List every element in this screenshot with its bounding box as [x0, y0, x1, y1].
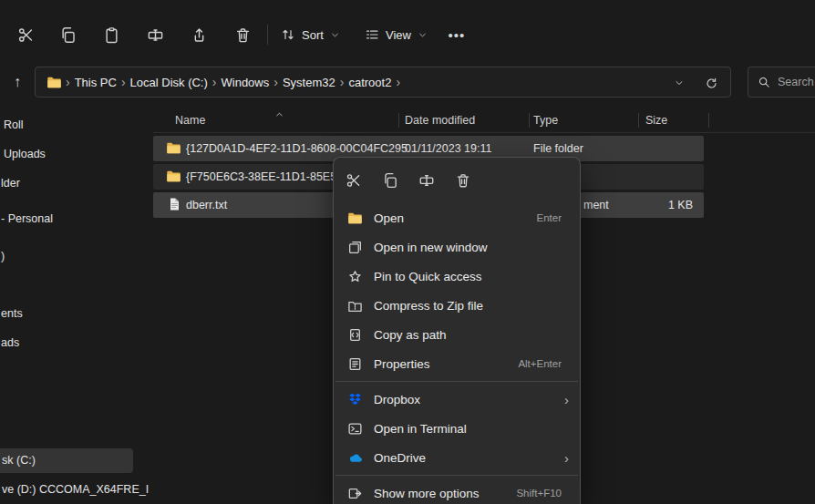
address-bar[interactable]: › This PC › Local Disk (C:) › Windows › …	[35, 67, 731, 98]
breadcrumb-this-pc[interactable]: This PC	[70, 76, 121, 89]
submenu-chevron-icon: ›	[564, 451, 569, 465]
menu-item-onedrive[interactable]: OneDrive ›	[334, 443, 580, 472]
copy-button[interactable]	[372, 164, 408, 197]
rename-button[interactable]	[137, 20, 173, 49]
menu-item-compress-to-zip[interactable]: Compress to Zip file	[334, 291, 580, 320]
column-header-size[interactable]: Size	[645, 114, 667, 127]
address-dropdown-button[interactable]	[668, 72, 690, 94]
breadcrumb-catroot2[interactable]: catroot2	[344, 76, 396, 89]
column-divider[interactable]	[398, 113, 399, 128]
context-menu-quick-actions	[334, 158, 580, 203]
menu-item-pin-to-quick-access[interactable]: Pin to Quick access	[334, 262, 580, 291]
menu-item-label: OneDrive	[374, 451, 564, 465]
toolbar-divider	[267, 25, 268, 45]
copy-path-icon	[347, 327, 363, 343]
menu-item-label: Dropbox	[374, 393, 564, 406]
sort-button[interactable]: Sort	[273, 20, 347, 49]
sidebar-item[interactable]: - Personal	[1, 212, 53, 225]
menu-item-label: Open	[374, 211, 537, 225]
file-explorer-window: Sort View ••• ↑ › This PC › Local Disk (…	[0, 0, 815, 504]
menu-shortcut: Shift+F10	[516, 488, 562, 499]
search-placeholder: Search	[778, 76, 814, 88]
paste-button[interactable]	[93, 20, 129, 49]
file-name: {F750E6C3-38EE-11D1-85E5-00	[186, 164, 353, 190]
star-icon	[347, 269, 363, 284]
clipboard-icon	[103, 26, 120, 44]
up-button[interactable]: ↑	[4, 68, 31, 96]
rename-button[interactable]	[408, 164, 445, 197]
sidebar-item[interactable]: ents	[1, 307, 23, 320]
context-menu: Open Enter Open in new window Pin to Qui…	[333, 157, 581, 504]
sidebar-item-usb-drive[interactable]: ve (D:) CCCOMA_X64FRE_I	[2, 483, 149, 496]
folder-icon	[166, 140, 181, 156]
new-window-icon	[347, 240, 363, 255]
more-dots-icon: •••	[449, 27, 466, 43]
copy-button[interactable]	[49, 20, 86, 49]
column-header-type[interactable]: Type	[533, 114, 558, 127]
column-divider[interactable]	[529, 113, 530, 128]
cut-button[interactable]	[7, 20, 44, 49]
submenu-chevron-icon: ›	[564, 393, 569, 406]
delete-button[interactable]	[224, 20, 261, 49]
view-button[interactable]: View	[357, 20, 435, 49]
header-divider	[153, 132, 815, 133]
sidebar-item[interactable]: )	[1, 250, 5, 262]
view-list-icon	[365, 27, 379, 42]
sidebar-item[interactable]: ads	[1, 336, 19, 349]
menu-item-label: Pin to Quick access	[374, 270, 569, 283]
terminal-icon	[347, 421, 363, 437]
trash-icon	[455, 172, 471, 189]
menu-item-copy-as-path[interactable]: Copy as path	[334, 320, 580, 349]
delete-button[interactable]	[445, 164, 481, 197]
folder-icon	[166, 169, 181, 184]
folder-icon	[347, 211, 363, 226]
menu-separator	[335, 381, 578, 382]
sidebar-item[interactable]: Roll	[4, 118, 24, 131]
menu-item-open[interactable]: Open Enter	[334, 203, 580, 232]
menu-item-properties[interactable]: Properties Alt+Enter	[334, 349, 580, 378]
sidebar-item[interactable]: lder	[1, 177, 20, 190]
see-more-button[interactable]: •••	[438, 20, 476, 49]
sidebar-item[interactable]: Uploads	[4, 148, 46, 160]
search-input[interactable]: Search	[748, 67, 815, 98]
search-icon	[758, 76, 770, 88]
breadcrumb-system32[interactable]: System32	[278, 76, 340, 89]
text-file-icon	[167, 197, 181, 211]
menu-shortcut: Enter	[537, 212, 562, 223]
file-size: 1 KB	[668, 192, 693, 218]
sidebar-item-local-disk[interactable]: sk (C:)	[0, 448, 133, 473]
sort-label: Sort	[302, 28, 324, 42]
menu-item-open-in-terminal[interactable]: Open in Terminal	[334, 414, 580, 443]
menu-item-label: Open in Terminal	[374, 422, 569, 436]
folder-icon	[46, 75, 62, 90]
scissors-icon	[17, 26, 35, 44]
copy-icon	[382, 172, 398, 189]
breadcrumb-windows[interactable]: Windows	[217, 76, 274, 89]
menu-item-show-more-options[interactable]: Show more options Shift+F10	[334, 478, 580, 504]
show-more-icon	[347, 486, 363, 501]
share-button[interactable]	[181, 20, 217, 49]
properties-icon	[347, 356, 363, 372]
refresh-icon	[705, 77, 718, 90]
column-header-name[interactable]: Name	[175, 114, 205, 127]
chevron-right-icon: ›	[396, 76, 400, 88]
rename-icon	[418, 172, 435, 189]
column-divider[interactable]	[708, 113, 709, 128]
refresh-button[interactable]	[699, 72, 723, 94]
trash-icon	[234, 26, 252, 44]
menu-shortcut: Alt+Enter	[518, 358, 562, 369]
chevron-down-icon	[674, 77, 685, 88]
menu-item-open-in-new-window[interactable]: Open in new window	[334, 232, 580, 262]
share-icon	[191, 26, 208, 44]
cut-button[interactable]	[335, 164, 372, 197]
menu-item-label: Copy as path	[374, 328, 569, 342]
column-header-date-modified[interactable]: Date modified	[405, 114, 475, 127]
menu-item-label: Show more options	[374, 487, 516, 500]
sort-arrows-icon	[281, 27, 295, 42]
rename-icon	[147, 26, 164, 44]
breadcrumb-local-disk[interactable]: Local Disk (C:)	[126, 76, 212, 89]
file-type: ment	[583, 192, 609, 218]
zip-folder-icon	[347, 298, 363, 314]
menu-item-dropbox[interactable]: Dropbox ›	[334, 385, 580, 414]
column-divider[interactable]	[638, 113, 639, 128]
